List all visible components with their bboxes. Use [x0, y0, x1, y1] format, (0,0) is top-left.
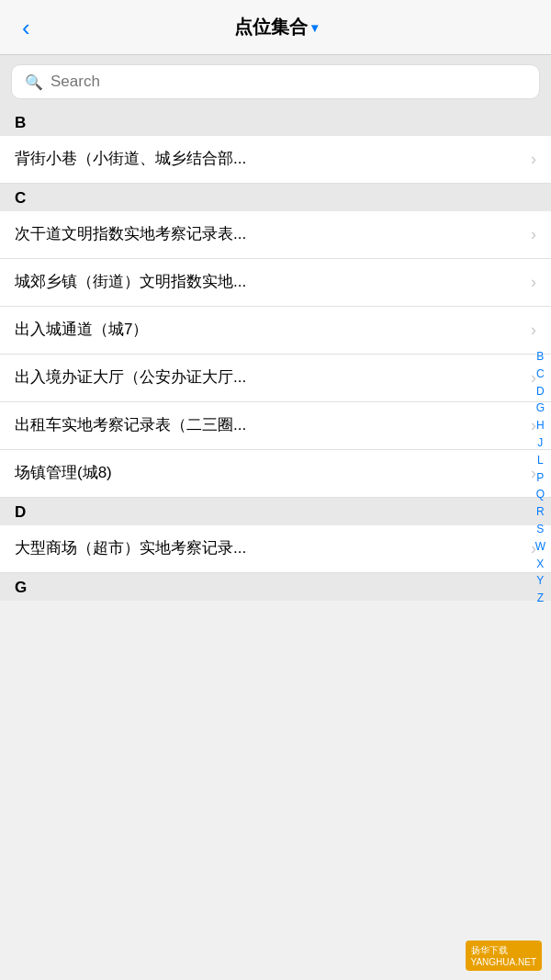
index-letter-L[interactable]: L: [535, 453, 545, 468]
index-letter-W[interactable]: W: [534, 539, 547, 555]
list-item[interactable]: 城郊乡镇（街道）文明指数实地...›: [0, 259, 551, 307]
index-letter-X[interactable]: X: [534, 557, 545, 572]
chevron-right-icon: ›: [531, 321, 536, 340]
list-item-text: 出入境办证大厅（公安办证大厅...: [15, 367, 523, 388]
index-letter-G[interactable]: G: [534, 400, 546, 416]
section-header-B: B: [0, 108, 551, 136]
list-item-text: 城郊乡镇（街道）文明指数实地...: [15, 272, 523, 292]
search-input[interactable]: [51, 73, 526, 91]
index-letter-H[interactable]: H: [534, 418, 546, 434]
index-sidebar: BCDGHJLPQRSWXYZ: [534, 349, 547, 606]
list-item[interactable]: 大型商场（超市）实地考察记录...›: [0, 525, 551, 573]
index-letter-Q[interactable]: Q: [534, 487, 546, 502]
search-bar: 🔍: [11, 64, 540, 99]
watermark-line2: YANGHUA.NET: [471, 957, 537, 967]
chevron-right-icon: ›: [531, 225, 536, 244]
section-header-C: C: [0, 184, 551, 211]
index-letter-Z[interactable]: Z: [535, 591, 545, 606]
list-item[interactable]: 场镇管理(城8)›: [0, 450, 551, 498]
list-item[interactable]: 背街小巷（小街道、城乡结合部...›: [0, 136, 551, 184]
section-header-D: D: [0, 498, 551, 525]
search-icon: 🔍: [25, 73, 43, 91]
back-button[interactable]: ‹: [15, 12, 38, 43]
index-letter-Y[interactable]: Y: [534, 573, 545, 589]
list-content: B背街小巷（小街道、城乡结合部...›C次干道文明指数实地考察记录表...›城郊…: [0, 108, 551, 601]
watermark-line1: 扬华下载: [471, 944, 537, 957]
chevron-right-icon: ›: [531, 273, 536, 292]
index-letter-P[interactable]: P: [534, 470, 545, 486]
header: ‹ 点位集合 ▾: [0, 0, 551, 55]
chevron-right-icon: ›: [531, 150, 536, 169]
list-item-text: 出入城通道（城7）: [15, 320, 523, 340]
list-item[interactable]: 出租车实地考察记录表（二三圈...›: [0, 402, 551, 450]
index-letter-C[interactable]: C: [534, 366, 546, 382]
index-letter-J[interactable]: J: [535, 435, 545, 451]
list-item[interactable]: 出入城通道（城7）›: [0, 307, 551, 355]
index-letter-R[interactable]: R: [534, 504, 546, 520]
list-item[interactable]: 出入境办证大厅（公安办证大厅...›: [0, 355, 551, 402]
list-item-text: 大型商场（超市）实地考察记录...: [15, 538, 523, 558]
index-letter-S[interactable]: S: [534, 522, 545, 537]
dropdown-icon[interactable]: ▾: [311, 20, 318, 35]
title-text: 点位集合: [234, 15, 308, 39]
watermark: 扬华下载 YANGHUA.NET: [466, 941, 543, 971]
index-letter-B[interactable]: B: [534, 349, 545, 365]
section-header-G: G: [0, 573, 551, 601]
list-item-text: 背街小巷（小街道、城乡结合部...: [15, 149, 523, 169]
list-item-text: 出租车实地考察记录表（二三圈...: [15, 415, 523, 435]
list-item-text: 次干道文明指数实地考察记录表...: [15, 224, 523, 244]
list-item-text: 场镇管理(城8): [15, 463, 523, 483]
list-item[interactable]: 次干道文明指数实地考察记录表...›: [0, 211, 551, 259]
search-container: 🔍: [0, 55, 551, 108]
index-letter-D[interactable]: D: [534, 384, 546, 400]
header-title: 点位集合 ▾: [234, 15, 318, 39]
